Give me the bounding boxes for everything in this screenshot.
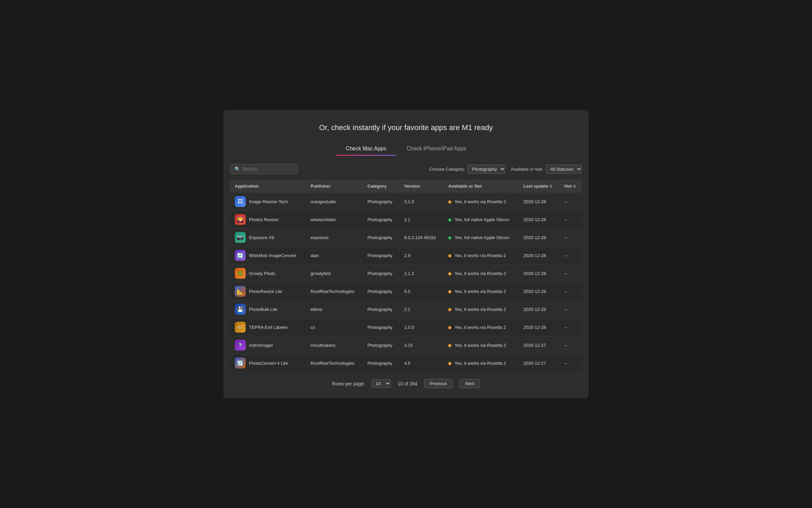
cell-application: 🔭 AstroImager bbox=[230, 336, 306, 354]
app-icon: 🔭 bbox=[235, 340, 246, 351]
tab-mac[interactable]: Check Mac Apps bbox=[336, 142, 397, 156]
cell-hot: -- bbox=[560, 318, 582, 336]
cell-hot: -- bbox=[560, 247, 582, 264]
table-row: 📷 Exposure X6 exposure Photography 6.0.2… bbox=[230, 229, 582, 247]
cell-hot: -- bbox=[560, 264, 582, 282]
app-icon: 🔄 bbox=[235, 250, 246, 261]
status-dot bbox=[448, 272, 451, 275]
cell-publisher: co bbox=[306, 318, 363, 336]
cell-version: 4.5 bbox=[400, 354, 444, 372]
apps-table: Application Publisher Category Version A… bbox=[230, 179, 582, 372]
rows-per-page-select[interactable]: 10 25 50 100 bbox=[372, 379, 391, 388]
cell-version: 2.1.2 bbox=[400, 264, 444, 282]
cell-publisher: eltima bbox=[306, 300, 363, 318]
cell-publisher: RootRiseTechnologies bbox=[306, 354, 363, 372]
pagination-row: Rows per page: 10 25 50 100 10 of 394 Pr… bbox=[223, 372, 589, 388]
cell-available: Yes, it works via Rosetta 2 bbox=[444, 336, 519, 354]
cell-category: Photography bbox=[363, 354, 400, 372]
col-version: Version bbox=[400, 179, 444, 193]
cell-hot: -- bbox=[560, 300, 582, 318]
status-text: Yes, it works via Rosetta 2 bbox=[454, 271, 506, 276]
cell-category: Photography bbox=[363, 300, 400, 318]
category-filter-group: Choose Category: Photography bbox=[429, 165, 505, 174]
col-application: Application bbox=[230, 179, 306, 193]
cell-application: 🔃 PhotoConvert 4 Lite bbox=[230, 354, 306, 372]
app-name: Growly Photo bbox=[249, 271, 275, 276]
status-dot bbox=[448, 200, 451, 204]
status-text: Yes, it works via Rosetta 2 bbox=[454, 199, 506, 204]
cell-version: 5.0 bbox=[400, 282, 444, 300]
cell-application: 🖼 Image Resizer Tech bbox=[230, 193, 306, 211]
table-wrap: Application Publisher Category Version A… bbox=[223, 179, 589, 372]
cell-lastupdate: 2020-12-27 bbox=[519, 354, 560, 372]
app-name: Photos Resizer bbox=[249, 217, 279, 222]
cell-category: Photography bbox=[363, 229, 400, 247]
cell-available: Yes, full native Apple Silicon bbox=[444, 229, 519, 247]
table-row: 📐 PhotoResize Lite RootRiseTechnologies … bbox=[230, 282, 582, 300]
cell-application: 🔄 WidsMob ImageConvert bbox=[230, 247, 306, 264]
cell-application: 📐 PhotoResize Lite bbox=[230, 282, 306, 300]
app-icon: 📐 bbox=[235, 286, 246, 297]
cell-version: 2.1 bbox=[400, 211, 444, 229]
app-name: WidsMob ImageConvert bbox=[249, 253, 296, 258]
cell-hot: -- bbox=[560, 282, 582, 300]
cell-version: 2.9 bbox=[400, 247, 444, 264]
status-text: Yes, it works via Rosetta 2 bbox=[454, 361, 506, 366]
col-publisher: Publisher bbox=[306, 179, 363, 193]
cell-lastupdate: 2020-12-28 bbox=[519, 193, 560, 211]
app-icon: 🏷 bbox=[235, 322, 246, 333]
app-icon: 💾 bbox=[235, 304, 246, 315]
app-icon: 🌄 bbox=[235, 214, 246, 225]
cell-version: 3.15 bbox=[400, 336, 444, 354]
status-text: Yes, it works via Rosetta 2 bbox=[454, 307, 506, 312]
cell-category: Photography bbox=[363, 282, 400, 300]
page-info: 10 of 394 bbox=[398, 381, 417, 386]
tabs-container: Check Mac Apps Check iPhone/iPad Apps bbox=[223, 142, 589, 156]
col-hot[interactable]: Hot bbox=[560, 179, 582, 193]
cell-category: Photography bbox=[363, 193, 400, 211]
cell-hot: -- bbox=[560, 354, 582, 372]
status-select[interactable]: All Statuses bbox=[546, 165, 582, 174]
status-dot bbox=[448, 308, 451, 311]
app-icon: 🔃 bbox=[235, 358, 246, 368]
cell-lastupdate: 2020-12-27 bbox=[519, 336, 560, 354]
col-lastupdate[interactable]: Last update bbox=[519, 179, 560, 193]
cell-available: Yes, full native Apple Silicon bbox=[444, 211, 519, 229]
controls-row: 🔍 Choose Category: Photography Available… bbox=[223, 164, 589, 174]
cell-lastupdate: 2020-12-28 bbox=[519, 282, 560, 300]
cell-lastupdate: 2020-12-28 bbox=[519, 318, 560, 336]
status-dot bbox=[448, 236, 451, 239]
cell-lastupdate: 2020-12-28 bbox=[519, 229, 560, 247]
table-row: 💾 PhotoBulk Lite eltima Photography 2.2 … bbox=[230, 300, 582, 318]
next-button[interactable]: Next bbox=[459, 379, 480, 388]
cell-publisher: cloudmakers bbox=[306, 336, 363, 354]
table-row: 🌄 Photos Resizer wisetechlabs Photograph… bbox=[230, 211, 582, 229]
cell-application: 🌿 Growly Photo bbox=[230, 264, 306, 282]
status-dot bbox=[448, 254, 451, 257]
table-row: 🌿 Growly Photo growlybird Photography 2.… bbox=[230, 264, 582, 282]
cell-publisher: RootRiseTechnologies bbox=[306, 282, 363, 300]
app-name: Exposure X6 bbox=[249, 235, 274, 240]
cell-available: Yes, it works via Rosetta 2 bbox=[444, 193, 519, 211]
app-name: TEPRA Exif Labeler bbox=[249, 325, 288, 330]
app-name: PhotoBulk Lite bbox=[249, 307, 277, 312]
category-select[interactable]: Photography bbox=[468, 165, 505, 174]
search-box[interactable]: 🔍 bbox=[230, 164, 298, 174]
cell-lastupdate: 2020-12-28 bbox=[519, 247, 560, 264]
status-dot bbox=[448, 218, 451, 221]
table-row: 🔃 PhotoConvert 4 Lite RootRiseTechnologi… bbox=[230, 354, 582, 372]
tab-ipad[interactable]: Check iPhone/iPad Apps bbox=[397, 142, 476, 156]
status-text: Yes, full native Apple Silicon bbox=[454, 217, 509, 222]
prev-button[interactable]: Previous bbox=[424, 379, 453, 388]
app-name: AstroImager bbox=[249, 343, 273, 348]
cell-available: Yes, it works via Rosetta 2 bbox=[444, 354, 519, 372]
status-text: Yes, it works via Rosetta 2 bbox=[454, 343, 506, 348]
category-label: Choose Category: bbox=[429, 167, 465, 172]
cell-version: 1.0.0 bbox=[400, 318, 444, 336]
cell-hot: -- bbox=[560, 229, 582, 247]
col-available: Available or Not bbox=[444, 179, 519, 193]
status-filter-group: Available or Not: All Statuses bbox=[511, 165, 582, 174]
search-input[interactable] bbox=[242, 166, 293, 172]
status-text: Yes, it works via Rosetta 2 bbox=[454, 289, 506, 294]
status-dot bbox=[448, 290, 451, 293]
